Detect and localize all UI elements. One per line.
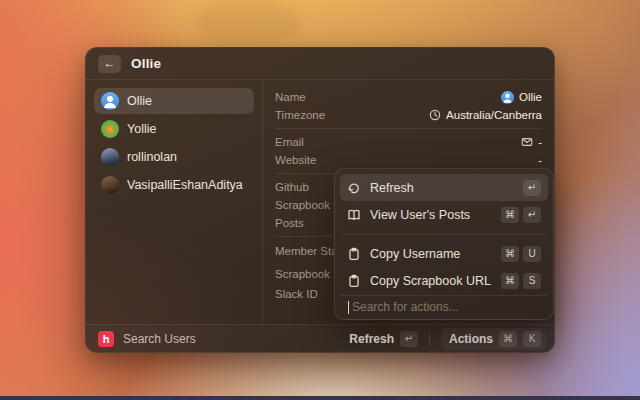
user-name: VasipalliEshanAditya xyxy=(127,178,243,192)
user-list: Ollie Yollie rollinolan VasipalliEshanAd… xyxy=(86,80,263,324)
user-list-item-rollinolan[interactable]: rollinolan xyxy=(94,144,254,170)
k-key-icon: K xyxy=(523,331,541,347)
action-label: Refresh xyxy=(370,181,414,195)
clipboard-icon xyxy=(347,247,361,261)
s-key-icon: S xyxy=(523,273,541,289)
actions-label: Actions xyxy=(449,332,493,346)
meta-row-name: Name Ollie xyxy=(275,88,542,106)
user-list-item-ollie[interactable]: Ollie xyxy=(94,88,254,114)
refresh-action-label[interactable]: Refresh xyxy=(349,332,394,346)
user-name: Yollie xyxy=(127,122,156,136)
user-avatar xyxy=(101,148,119,166)
meta-row-timezone: Timezone Australia/Canberra xyxy=(275,106,542,124)
user-name: rollinolan xyxy=(127,150,177,164)
text-cursor xyxy=(348,301,349,314)
user-list-item-yollie[interactable]: Yollie xyxy=(94,116,254,142)
page-title: Ollie xyxy=(131,56,161,71)
background-watermark xyxy=(196,2,300,44)
hackclub-logo-icon: h xyxy=(98,331,114,347)
action-item-view-posts[interactable]: View User's Posts ⌘ ↵ xyxy=(340,201,548,228)
meta-label: Posts xyxy=(275,217,304,229)
cmd-key-icon: ⌘ xyxy=(501,246,519,262)
cmd-key-icon: ⌘ xyxy=(499,331,517,347)
window-header: ← Ollie xyxy=(86,48,554,80)
user-avatar xyxy=(101,120,119,138)
refresh-icon xyxy=(347,181,361,195)
command-name: Search Users xyxy=(123,332,196,346)
meta-label: Slack ID xyxy=(275,288,318,300)
divider xyxy=(275,128,542,129)
action-search-row xyxy=(340,295,548,319)
user-name: Ollie xyxy=(127,94,152,108)
divider xyxy=(342,234,546,235)
envelope-icon xyxy=(521,136,533,148)
meta-value-name: Ollie xyxy=(519,91,542,103)
desktop-background: ← Ollie Ollie Yollie rollinola xyxy=(0,0,640,400)
action-item-copy-username[interactable]: Copy Username ⌘ U xyxy=(340,241,548,268)
meta-row-email: Email - xyxy=(275,133,542,151)
actions-button[interactable]: Actions ⌘ K xyxy=(441,328,546,350)
actions-menu: Refresh ↵ View User's Posts ⌘ ↵ Copy Use… xyxy=(334,168,554,320)
clock-icon xyxy=(429,109,441,121)
meta-label: Email xyxy=(275,136,304,148)
return-key-icon: ↵ xyxy=(400,331,418,347)
divider xyxy=(429,332,430,346)
status-bar: h Search Users Refresh ↵ Actions ⌘ K xyxy=(86,324,554,352)
default-user-avatar xyxy=(101,92,119,110)
action-label: View User's Posts xyxy=(370,208,470,222)
user-avatar-icon xyxy=(501,91,514,104)
cmd-key-icon: ⌘ xyxy=(501,207,519,223)
meta-label: Website xyxy=(275,154,316,166)
return-key-icon: ↵ xyxy=(523,207,541,223)
action-label: Copy Scrapbook URL xyxy=(370,274,491,288)
action-search-input[interactable] xyxy=(350,300,540,314)
back-button[interactable]: ← xyxy=(98,55,121,73)
meta-label: Github xyxy=(275,181,309,193)
action-item-refresh[interactable]: Refresh ↵ xyxy=(340,174,548,201)
u-key-icon: U xyxy=(523,246,541,262)
cmd-key-icon: ⌘ xyxy=(501,273,519,289)
action-label: Copy Username xyxy=(370,247,460,261)
return-key-icon: ↵ xyxy=(523,180,541,196)
meta-value-website: - xyxy=(538,154,542,166)
meta-value-timezone: Australia/Canberra xyxy=(446,109,542,121)
action-item-copy-scrapbook-url[interactable]: Copy Scrapbook URL ⌘ S xyxy=(340,268,548,295)
bottom-edge-strip xyxy=(0,396,640,400)
user-list-item-vasipalli[interactable]: VasipalliEshanAditya xyxy=(94,172,254,198)
clipboard-icon xyxy=(347,274,361,288)
meta-row-website: Website - xyxy=(275,151,542,169)
meta-label: Timezone xyxy=(275,109,325,121)
book-icon xyxy=(347,208,361,222)
meta-label: Name xyxy=(275,91,306,103)
arrow-left-icon: ← xyxy=(104,56,116,70)
meta-value-email: - xyxy=(538,136,542,148)
user-avatar xyxy=(101,176,119,194)
